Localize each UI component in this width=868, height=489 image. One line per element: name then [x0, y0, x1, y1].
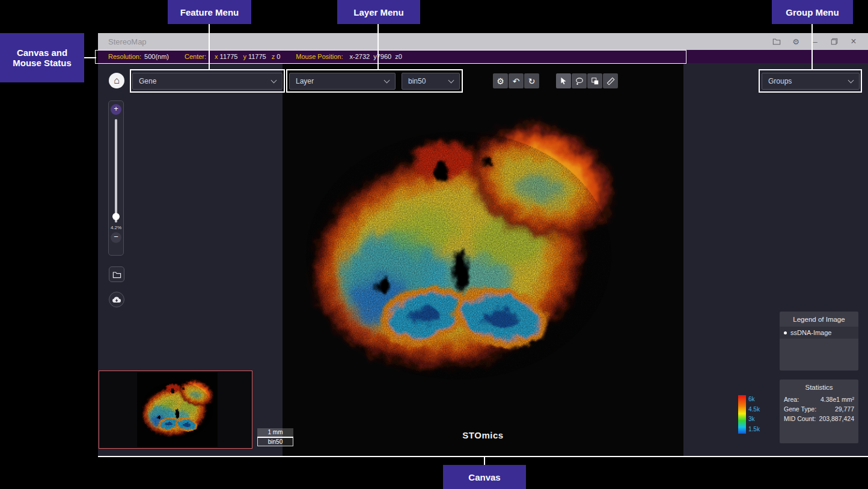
legend-dot-icon	[784, 331, 787, 334]
resolution-label: Resolution:	[108, 53, 141, 60]
stat-value: 4.38e1 mm²	[821, 396, 854, 403]
gear-icon: ⚙	[497, 76, 504, 86]
heatmap-colorbar: 6k 4.5k 3k 1.5k	[738, 395, 760, 434]
rectangle-select-button[interactable]	[587, 73, 602, 88]
app-window: StereoMap ⚙ – × Resolution: 500(nm) Cent…	[98, 33, 868, 457]
lasso-select-button[interactable]	[572, 73, 587, 88]
leader-line-status	[84, 57, 96, 58]
leader-line-feature-menu	[209, 24, 210, 70]
groups-panel: Groups Legend of Image ssDNA-Image 6k	[683, 63, 868, 457]
open-file-icon[interactable]	[772, 37, 781, 46]
title-bar[interactable]: StereoMap ⚙ – ×	[98, 33, 868, 50]
layer-dropdown-label: Layer	[296, 77, 314, 85]
pointer-select-button[interactable]	[556, 73, 571, 88]
colorbar-labels: 6k 4.5k 3k 1.5k	[748, 395, 760, 432]
statistics-panel-title: Statistics	[780, 380, 858, 395]
open-folder-button[interactable]	[109, 266, 124, 282]
mouse-z-value: 0	[399, 53, 402, 60]
groups-dropdown-label: Groups	[768, 77, 792, 85]
home-button[interactable]: ⌂	[109, 73, 124, 88]
legend-panel-title: Legend of Image	[780, 312, 858, 327]
canvas-settings-button[interactable]: ⚙	[493, 73, 508, 88]
overlap-rectangles-icon	[591, 77, 599, 85]
scale-bar: 1 mm bin50	[257, 428, 293, 446]
stat-label: Gene Type:	[784, 405, 816, 413]
zoom-in-button[interactable]: +	[111, 104, 121, 115]
colorbar-tick: 6k	[748, 396, 760, 402]
leader-line-group-menu	[811, 24, 813, 70]
minimap-overview[interactable]	[99, 371, 252, 449]
main-content: ⌂ Gene + 4.2% −	[98, 63, 868, 457]
center-z-axis: z	[272, 53, 275, 60]
leader-line-canvas	[484, 457, 485, 465]
annotation-canvas: Canvas	[443, 465, 526, 489]
redo-icon: ↻	[528, 76, 536, 86]
center-x-value: 11775	[220, 53, 238, 60]
lasso-icon	[575, 77, 584, 85]
stat-row-gene-type: Gene Type: 29,777	[780, 404, 858, 414]
canvas-mouse-status-bar: Resolution: 500(nm) Center: x 11775 y 11…	[98, 50, 868, 63]
tissue-heatmap-image	[301, 114, 622, 391]
bin-size-dropdown[interactable]: bin50	[402, 73, 460, 90]
feature-menu-dropdown[interactable]: Gene	[132, 73, 283, 90]
close-button[interactable]: ×	[849, 37, 858, 46]
image-canvas[interactable]: Layer bin50 ⚙ ↶ ↻	[283, 63, 683, 457]
stat-row-mid-count: MID Count: 203,887,424	[780, 414, 858, 423]
annotation-feature-menu: Feature Menu	[168, 0, 251, 24]
legend-item-ssdna[interactable]: ssDNA-Image	[780, 327, 858, 339]
mouse-y-value: 7960	[377, 53, 391, 60]
folder-icon	[112, 270, 121, 279]
undo-button[interactable]: ↶	[509, 73, 524, 88]
undo-icon: ↶	[513, 76, 520, 86]
legend-empty-space	[780, 339, 858, 370]
zoom-out-button[interactable]: −	[111, 232, 121, 243]
cursor-arrow-icon	[560, 77, 567, 85]
window-title: StereoMap	[108, 37, 772, 46]
layer-menu-dropdown[interactable]: Layer	[289, 73, 396, 90]
leader-line-layer-menu	[377, 24, 379, 70]
center-label: Center:	[185, 53, 206, 60]
mouse-x-value: -2732	[353, 53, 370, 60]
redo-button[interactable]: ↻	[524, 73, 539, 88]
chevron-down-icon	[448, 77, 454, 83]
feature-panel: ⌂ Gene + 4.2% −	[98, 63, 283, 457]
bin-dropdown-label: bin50	[408, 77, 426, 85]
chevron-down-icon	[848, 77, 854, 83]
zoom-slider-track[interactable]	[115, 119, 117, 223]
scale-bar-distance: 1 mm	[257, 428, 293, 438]
minimap-image-area	[137, 372, 218, 447]
settings-gear-icon[interactable]: ⚙	[791, 37, 801, 46]
annotation-layer-menu: Layer Menu	[337, 0, 420, 24]
colorbar-tick: 4.5k	[748, 406, 760, 413]
maximize-button[interactable]	[830, 37, 839, 46]
stomics-watermark: STOmics	[283, 430, 683, 440]
feature-menu-dropdown-label: Gene	[139, 77, 156, 85]
center-y-axis: y	[243, 53, 246, 60]
export-download-button[interactable]	[109, 292, 124, 307]
selection-toolbar	[556, 73, 618, 88]
zoom-percent: 4.2%	[111, 225, 121, 230]
stat-value: 29,777	[835, 405, 854, 413]
stat-label: Area:	[784, 396, 799, 403]
chevron-down-icon	[271, 77, 277, 83]
cloud-download-icon	[112, 295, 121, 304]
annotation-canvas-mouse-status: Canvas and Mouse Status	[0, 33, 84, 82]
scale-bar-bin: bin50	[257, 438, 293, 446]
center-x-axis: x	[215, 53, 218, 60]
colorbar-tick: 3k	[748, 416, 760, 422]
stat-label: MID Count:	[784, 415, 816, 422]
canvas-bottom-annotation-line	[98, 456, 868, 457]
statistics-panel: Statistics Area: 4.38e1 mm² Gene Type: 2…	[780, 380, 858, 443]
group-menu-dropdown[interactable]: Groups	[762, 73, 860, 90]
stat-row-area: Area: 4.38e1 mm²	[780, 395, 858, 404]
screenshot-stage: StereoMap ⚙ – × Resolution: 500(nm) Cent…	[0, 0, 868, 489]
canvas-settings-toolbar: ⚙ ↶ ↻	[493, 73, 539, 88]
annotation-group-menu: Group Menu	[772, 0, 853, 24]
colorbar-gradient	[738, 395, 746, 434]
colorbar-tick: 1.5k	[748, 426, 760, 432]
legend-of-image-panel: Legend of Image ssDNA-Image	[780, 312, 858, 371]
minimap-tissue-thumbnail	[139, 378, 215, 441]
measure-ruler-button[interactable]	[603, 73, 618, 88]
legend-item-label: ssDNA-Image	[790, 329, 831, 336]
zoom-slider-knob[interactable]	[112, 213, 120, 220]
